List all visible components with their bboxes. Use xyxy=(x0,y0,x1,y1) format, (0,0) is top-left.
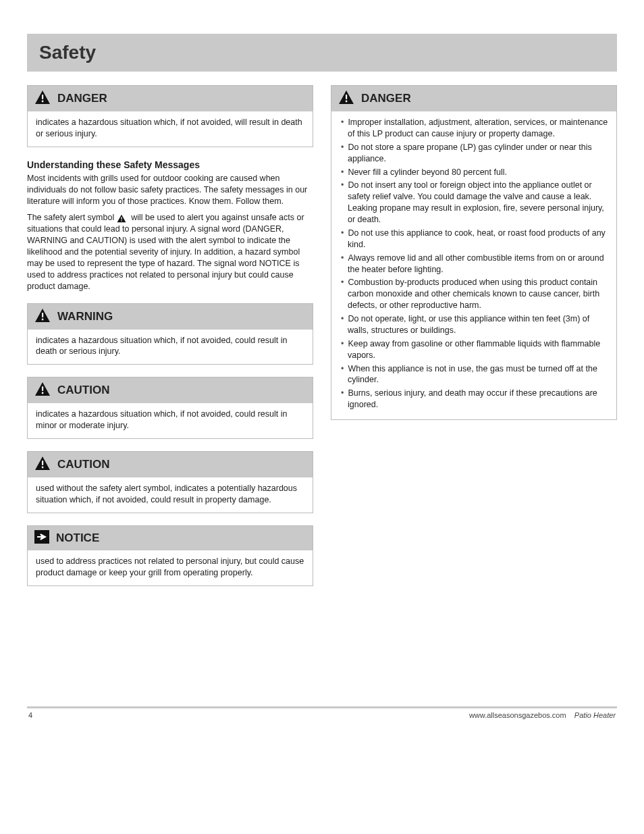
list-item: Burns, serious injury, and death may occ… xyxy=(340,388,608,411)
svg-point-9 xyxy=(42,467,44,469)
intro-heading: Understanding these Safety Messages xyxy=(27,159,313,170)
svg-point-12 xyxy=(346,101,348,103)
list-item: Combustion by-products produced when usi… xyxy=(340,277,608,311)
list-item: Do not insert any tool or foreign object… xyxy=(340,180,608,226)
svg-rect-4 xyxy=(42,313,43,317)
right-column: DANGER Improper installation, adjustment… xyxy=(331,85,617,598)
caution-body: indicates a hazardous situation which, i… xyxy=(28,403,313,438)
inline-warning-icon xyxy=(117,214,126,223)
warning-box: WARNING indicates a hazardous situation … xyxy=(27,303,313,365)
warning-icon xyxy=(34,382,51,399)
notice-box: NOTICE used to address practices not rel… xyxy=(27,525,313,586)
warning-icon xyxy=(34,456,51,473)
list-item: Keep away from gasoline or other flammab… xyxy=(340,338,608,361)
warning-icon xyxy=(34,90,51,107)
list-item: When this appliance is not in use, the g… xyxy=(340,363,608,386)
caution2-body: used without the safety alert symbol, in… xyxy=(28,477,313,513)
list-item: Do not use this appliance to cook, heat,… xyxy=(340,228,608,251)
danger-list-label: DANGER xyxy=(361,92,411,105)
svg-point-3 xyxy=(121,220,122,221)
intro-p2-pre: The safety alert symbol xyxy=(27,213,117,222)
footer: 4 www.allseasonsgazebos.com Patio Heater xyxy=(27,708,617,719)
svg-rect-2 xyxy=(121,217,122,219)
intro-p2: The safety alert symbol will be used to … xyxy=(27,212,313,292)
svg-point-1 xyxy=(42,101,44,103)
list-item: Always remove lid and all other combusti… xyxy=(340,253,608,276)
svg-point-7 xyxy=(42,392,44,394)
warning-label: WARNING xyxy=(57,310,113,323)
list-item: Do not store a spare propane (LP) gas cy… xyxy=(340,142,608,165)
svg-point-5 xyxy=(42,318,44,320)
left-column: DANGER indicates a hazardous situation w… xyxy=(27,85,313,598)
intro-p2-post: will be used to alert you against unsafe… xyxy=(27,213,304,290)
caution2-label: CAUTION xyxy=(57,458,109,471)
danger-label: DANGER xyxy=(57,92,107,105)
footer-url: www.allseasonsgazebos.com xyxy=(469,711,566,719)
svg-rect-0 xyxy=(42,95,43,99)
warning-icon xyxy=(338,90,354,107)
svg-rect-6 xyxy=(42,386,43,391)
list-item: Never fill a cylinder beyond 80 percent … xyxy=(340,167,608,178)
arrow-icon xyxy=(34,530,49,546)
svg-rect-11 xyxy=(346,95,347,99)
danger-list: Improper installation, adjustment, alter… xyxy=(340,117,608,411)
intro-section: Understanding these Safety Messages Most… xyxy=(27,159,313,292)
danger-box: DANGER indicates a hazardous situation w… xyxy=(27,85,313,147)
footer-product: Patio Heater xyxy=(574,711,616,719)
warning-icon xyxy=(34,308,51,325)
danger-body: indicates a hazardous situation which, i… xyxy=(28,111,313,147)
svg-rect-8 xyxy=(42,461,43,465)
notice-label: NOTICE xyxy=(56,531,99,545)
caution2-box: CAUTION used without the safety alert sy… xyxy=(27,451,313,513)
page-number: 4 xyxy=(28,711,32,719)
list-item: Do not operate, light, or use this appli… xyxy=(340,313,608,336)
warning-body: indicates a hazardous situation which, i… xyxy=(28,330,313,365)
notice-body: used to address practices not related to… xyxy=(28,550,313,585)
list-item: Improper installation, adjustment, alter… xyxy=(340,117,608,140)
footer-rule xyxy=(27,706,617,708)
caution-box: CAUTION indicates a hazardous situation … xyxy=(27,377,313,439)
page-title: Safety xyxy=(27,34,617,72)
caution-label: CAUTION xyxy=(57,384,109,397)
intro-p1: Most incidents with grills used for outd… xyxy=(27,173,313,207)
danger-list-box: DANGER Improper installation, adjustment… xyxy=(331,85,617,420)
